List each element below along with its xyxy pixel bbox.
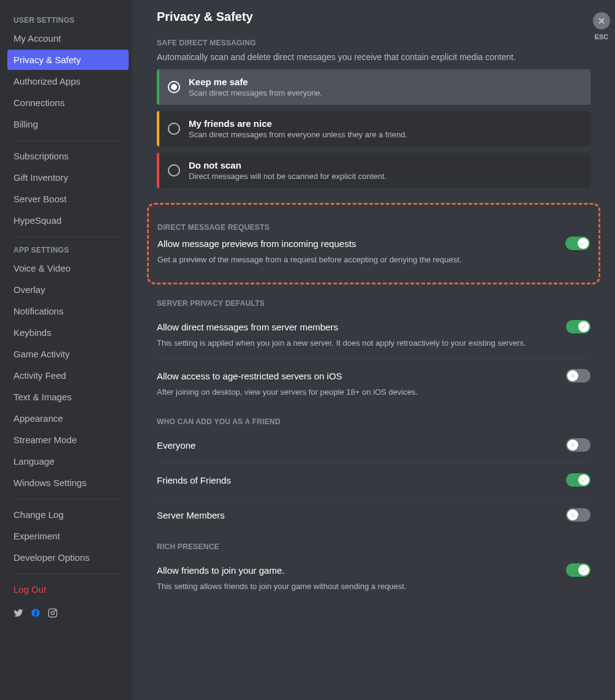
sidebar-item-subscriptions[interactable]: Subscriptions	[7, 146, 129, 166]
setting-title-server-dm: Allow direct messages from server member…	[157, 322, 338, 332]
sidebar-item-connections[interactable]: Connections	[7, 93, 129, 113]
sidebar-item-logout[interactable]: Log Out	[7, 579, 129, 599]
row-divider	[157, 498, 590, 498]
sidebar-item-experiment[interactable]: Experiment	[7, 526, 129, 546]
section-header-friend-add: WHO CAN ADD YOU AS A FRIEND	[157, 417, 590, 426]
twitter-icon[interactable]	[13, 608, 23, 618]
sidebar-divider	[13, 499, 123, 500]
radio-keep-me-safe[interactable]: Keep me safe Scan direct messages from e…	[157, 69, 590, 105]
row-divider	[157, 359, 590, 359]
sidebar-divider	[13, 574, 123, 574]
radio-friends-nice[interactable]: My friends are nice Scan direct messages…	[157, 111, 590, 146]
close-button[interactable]: ESC	[593, 12, 610, 40]
sidebar-item-voice-video[interactable]: Voice & Video	[7, 258, 129, 278]
setting-desc-dm-preview: Get a preview of the message from a requ…	[157, 255, 590, 264]
section-header-safe-dm: SAFE DIRECT MESSAGING	[157, 39, 590, 47]
section-header-rich-presence: RICH PRESENCE	[157, 542, 590, 551]
sidebar-header-app: APP SETTINGS	[7, 242, 129, 258]
setting-desc-server-dm: This setting is applied when you join a …	[157, 338, 590, 348]
sidebar-item-windows-settings[interactable]: Windows Settings	[7, 473, 129, 493]
sidebar-item-activity-feed[interactable]: Activity Feed	[7, 365, 129, 386]
toggle-server-dm[interactable]	[566, 320, 590, 333]
sidebar-item-overlay[interactable]: Overlay	[7, 280, 129, 300]
toggle-fof[interactable]	[566, 473, 590, 487]
sidebar-divider	[13, 140, 123, 141]
sidebar-item-hypesquad[interactable]: HypeSquad	[7, 210, 129, 230]
toggle-server-members[interactable]	[566, 508, 590, 522]
radio-title: Do not scan	[189, 160, 387, 170]
highlight-dm-requests: DIRECT MESSAGE REQUESTS Allow message pr…	[147, 203, 600, 284]
toggle-everyone[interactable]	[566, 438, 590, 452]
radio-icon	[168, 123, 180, 135]
radio-desc: Direct messages will not be scanned for …	[189, 172, 387, 181]
sidebar-item-game-activity[interactable]: Game Activity	[7, 344, 129, 364]
svg-point-1	[51, 611, 54, 614]
sidebar-header-user: USER SETTINGS	[7, 12, 129, 28]
radio-desc: Scan direct messages from everyone unles…	[189, 130, 407, 139]
sidebar-item-billing[interactable]: Billing	[7, 114, 129, 134]
sidebar-item-appearance[interactable]: Appearance	[7, 408, 129, 428]
radio-icon	[168, 164, 180, 177]
setting-title-dm-preview: Allow message previews from incoming req…	[157, 238, 356, 249]
radio-title: Keep me safe	[189, 77, 322, 87]
sidebar-item-keybinds[interactable]: Keybinds	[7, 322, 129, 343]
radio-do-not-scan[interactable]: Do not scan Direct messages will not be …	[157, 153, 590, 188]
radio-title: My friends are nice	[189, 118, 407, 129]
sidebar-item-change-log[interactable]: Change Log	[7, 504, 129, 525]
sidebar-item-authorized-apps[interactable]: Authorized Apps	[7, 71, 129, 91]
sidebar-item-developer-options[interactable]: Developer Options	[7, 547, 129, 568]
sidebar-item-notifications[interactable]: Notifications	[7, 301, 129, 321]
setting-title-join-game: Allow friends to join your game.	[157, 565, 284, 576]
toggle-age-ios[interactable]	[566, 369, 590, 382]
page-title: Privacy & Safety	[157, 10, 590, 24]
main-content: ESC Privacy & Safety SAFE DIRECT MESSAGI…	[132, 0, 615, 700]
setting-title-server-members: Server Members	[157, 510, 225, 520]
sidebar-item-server-boost[interactable]: Server Boost	[7, 189, 129, 209]
svg-point-2	[55, 610, 55, 611]
sidebar-social-row	[7, 603, 129, 623]
setting-title-age-ios: Allow access to age-restricted servers o…	[157, 371, 342, 381]
setting-title-fof: Friends of Friends	[157, 475, 231, 485]
sidebar-item-gift-inventory[interactable]: Gift Inventory	[7, 167, 129, 188]
section-header-server-privacy: SERVER PRIVACY DEFAULTS	[157, 299, 590, 308]
sidebar-divider	[13, 237, 123, 237]
toggle-join-game[interactable]	[566, 563, 590, 577]
sidebar-item-streamer-mode[interactable]: Streamer Mode	[7, 430, 129, 450]
setting-title-everyone: Everyone	[157, 440, 195, 451]
toggle-dm-preview[interactable]	[565, 237, 590, 250]
row-divider	[157, 463, 590, 463]
close-icon	[593, 12, 610, 29]
radio-icon	[168, 81, 180, 93]
settings-sidebar: USER SETTINGS My Account Privacy & Safet…	[0, 0, 132, 700]
sidebar-item-my-account[interactable]: My Account	[7, 28, 129, 48]
section-header-dm-requests: DIRECT MESSAGE REQUESTS	[157, 223, 590, 232]
radio-desc: Scan direct messages from everyone.	[189, 88, 322, 97]
setting-desc-age-ios: After joining on desktop, view your serv…	[157, 387, 590, 397]
sidebar-item-text-images[interactable]: Text & Images	[7, 387, 129, 407]
setting-desc-join-game: This setting allows friends to join your…	[157, 582, 590, 591]
facebook-icon[interactable]	[31, 608, 40, 618]
close-label: ESC	[595, 33, 609, 40]
sidebar-item-privacy-safety[interactable]: Privacy & Safety	[7, 50, 129, 70]
sidebar-item-language[interactable]: Language	[7, 451, 129, 471]
section-desc-safe-dm: Automatically scan and delete direct mes…	[157, 52, 590, 62]
instagram-icon[interactable]	[48, 608, 58, 618]
